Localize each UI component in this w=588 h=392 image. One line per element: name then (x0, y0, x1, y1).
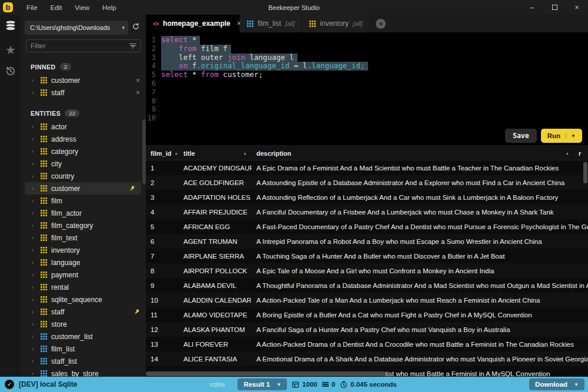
sidebar-item-film_list[interactable]: ›film_list (25, 343, 146, 355)
result-label: Result 1 (243, 381, 270, 388)
table-row[interactable]: 14ALICE FANTASIAA Emotional Drama of a A… (146, 351, 588, 366)
sidebar-item-film_actor[interactable]: ›film_actor (25, 207, 146, 219)
chevron-right-icon[interactable]: › (32, 160, 36, 167)
table-icon (41, 148, 47, 155)
table-row[interactable]: 8AIRPORT POLLOCKA Epic Tale of a Moose A… (146, 263, 588, 278)
menu-help[interactable]: Help (97, 2, 122, 13)
table-row[interactable]: 7AIRPLANE SIERRAA Touching Saga of a Hun… (146, 249, 588, 263)
sidebar-item-rental[interactable]: ›rental (25, 281, 146, 293)
chevron-right-icon[interactable]: › (32, 234, 36, 241)
table-row[interactable]: 5AFRICAN EGGA Fast-Paced Documentary of … (146, 219, 588, 234)
sidebar-item-sales_by_store[interactable]: ›sales_by_store (25, 367, 146, 377)
chevron-right-icon[interactable]: › (32, 321, 36, 327)
table-row[interactable]: 2ACE GOLDFINGERA Astounding Epistle of a… (146, 175, 588, 190)
table-icon (41, 185, 47, 192)
sidebar-item-country[interactable]: ›country (25, 170, 146, 182)
db-type-label: sqlite (210, 381, 225, 388)
chevron-right-icon[interactable]: › (32, 136, 36, 142)
sidebar-item-payment[interactable]: ›payment (25, 269, 146, 281)
refresh-icon[interactable] (131, 22, 141, 33)
results-vertical-scrollbar[interactable] (583, 162, 587, 183)
menu-view[interactable]: View (69, 2, 95, 13)
chevron-right-icon[interactable]: › (32, 222, 36, 229)
favorites-icon[interactable]: ★ (5, 44, 16, 56)
menu-edit[interactable]: Edit (45, 2, 68, 13)
close-button[interactable]: × (566, 0, 588, 15)
result-selector[interactable]: Result 1 ▼ (238, 378, 287, 390)
column-header-clipped[interactable]: r (574, 150, 588, 157)
chevron-right-icon[interactable]: › (32, 123, 36, 130)
sidebar-item-address[interactable]: ›address (25, 133, 146, 145)
menu-file[interactable]: File (21, 2, 43, 13)
minimize-button[interactable]: – (521, 0, 543, 15)
sidebar-item-customer_list[interactable]: ›customer_list (25, 330, 146, 343)
column-header-film-id[interactable]: film_id ▲ (146, 150, 179, 157)
history-icon[interactable] (5, 65, 16, 79)
maximize-button[interactable] (543, 0, 566, 15)
sidebar-item-film_category[interactable]: ›film_category (25, 219, 146, 232)
chevron-right-icon[interactable]: › (32, 296, 36, 303)
tab-homepage_example[interactable]: <>homepage_example× (146, 15, 240, 32)
sidebar-item-film_text[interactable]: ›film_text (25, 232, 146, 244)
table-row[interactable]: 10ALADDIN CALENDARA Action-Packed Tale o… (146, 293, 588, 307)
tab-film_list[interactable]: film_list[all] (240, 15, 302, 32)
sidebar-item-customer[interactable]: ›customer (25, 182, 141, 195)
table-row[interactable]: 13ALI FOREVERA Action-Packed Drama of a … (146, 337, 588, 351)
chevron-right-icon[interactable]: › (32, 358, 36, 364)
sidebar-item-store[interactable]: ›store (25, 318, 146, 330)
new-tab-button[interactable]: + (376, 19, 386, 29)
results-horizontal-scrollbar[interactable] (146, 371, 386, 376)
chevron-right-icon[interactable]: › (32, 210, 36, 216)
sidebar-item-inventory[interactable]: ›inventory (25, 244, 146, 256)
pinned-item-staff[interactable]: ›staff× (25, 86, 146, 99)
sidebar-item-staff_list[interactable]: ›staff_list (25, 355, 146, 367)
chevron-right-icon[interactable]: › (32, 346, 36, 352)
chevron-right-icon[interactable]: › (32, 272, 36, 278)
unpin-icon[interactable]: × (136, 76, 140, 85)
chevron-right-icon[interactable]: › (32, 185, 36, 192)
editor-line: 4 on f.original_language_id = l.language… (146, 62, 588, 71)
chevron-right-icon[interactable]: › (32, 259, 36, 266)
chevron-right-icon[interactable]: › (32, 148, 36, 155)
chevron-right-icon[interactable]: › (32, 247, 36, 253)
chevron-right-icon[interactable]: › (32, 197, 36, 204)
sidebar-item-language[interactable]: ›language (25, 256, 146, 269)
sidebar-item-city[interactable]: ›city (25, 158, 146, 170)
table-row[interactable]: 6AGENT TRUMANA Intrepid Panorama of a Ro… (146, 234, 588, 249)
sidebar-item-film[interactable]: ›film (25, 195, 146, 207)
chevron-right-icon[interactable]: › (32, 77, 36, 83)
chevron-right-icon[interactable]: › (32, 333, 36, 340)
tab-inventory[interactable]: inventory[all] (302, 15, 370, 32)
filter-input[interactable] (31, 42, 129, 49)
chevron-right-icon[interactable]: › (32, 89, 36, 96)
table-row[interactable]: 11ALAMO VIDEOTAPEA Boring Epistle of a B… (146, 307, 588, 322)
column-header-title[interactable]: title ▲ (179, 150, 252, 157)
download-button[interactable]: Download ▼ (529, 378, 584, 390)
column-header-description[interactable]: description ▲ (252, 150, 574, 157)
sidebar-item-category[interactable]: ›category (25, 145, 146, 158)
connection-dropdown[interactable]: C:\Users\ghstng\Downloads ▾ (25, 21, 128, 35)
table-row[interactable]: 12ALASKA PHANTOMA Fanciful Saga of a Hun… (146, 322, 588, 337)
save-button[interactable]: Save (505, 129, 537, 143)
cell-film-id: 14 (146, 356, 179, 363)
table-row[interactable]: 1ACADEMY DINOSAURA Epic Drama of a Femin… (146, 160, 588, 175)
chevron-right-icon[interactable]: › (32, 284, 36, 290)
sidebar-item-sqlite_sequence[interactable]: ›sqlite_sequence (25, 293, 146, 306)
entity-filter[interactable] (26, 39, 141, 52)
chevron-right-icon[interactable]: › (32, 370, 36, 377)
run-dropdown-icon[interactable]: ▼ (566, 133, 576, 139)
download-label: Download (535, 381, 567, 388)
database-icon[interactable] (4, 19, 17, 35)
table-row[interactable]: 4AFFAIR PREJUDICEA Fanciful Documentary … (146, 205, 588, 219)
chevron-right-icon[interactable]: › (32, 309, 36, 315)
chevron-right-icon[interactable]: › (32, 173, 36, 179)
sidebar-item-staff[interactable]: ›staff (25, 306, 146, 318)
table-icon (41, 173, 47, 179)
pinned-item-customer[interactable]: ›customer× (25, 74, 146, 86)
sidebar-item-actor[interactable]: ›actor (25, 120, 146, 133)
table-row[interactable]: 3ADAPTATION HOLESA Astounding Reflection… (146, 190, 588, 205)
unpin-icon[interactable]: × (136, 89, 140, 97)
run-button[interactable]: Run ▼ (541, 129, 582, 143)
sql-editor[interactable]: 1select *2 from film f3 left outer join … (146, 32, 588, 145)
table-row[interactable]: 9ALABAMA DEVILA Thoughtful Panorama of a… (146, 278, 588, 293)
